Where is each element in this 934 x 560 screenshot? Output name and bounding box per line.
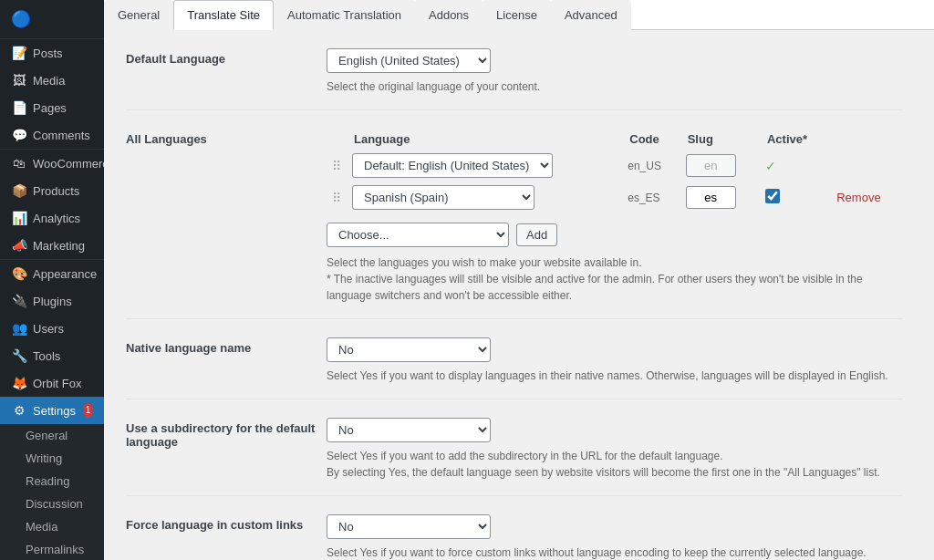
all-languages-row: All Languages Language Code Slug Active*	[126, 129, 903, 319]
all-languages-desc1: Select the languages you wish to make yo…	[327, 254, 903, 304]
sidebar-item-settings[interactable]: ⚙ Settings 1	[0, 397, 104, 424]
subdirectory-control: No Yes Select Yes if you want to add the…	[327, 418, 903, 481]
tab-addons[interactable]: Addons	[415, 0, 483, 30]
language-select-row2[interactable]: Spanish (Spain)	[352, 185, 534, 210]
subdirectory-select[interactable]: No Yes	[327, 418, 491, 442]
col-code: Code	[622, 129, 680, 150]
default-language-control: English (United States) Select the origi…	[327, 48, 903, 95]
tab-translate-site[interactable]: Translate Site	[173, 0, 274, 30]
tools-icon: 🔧	[11, 348, 27, 363]
sidebar-item-pages[interactable]: 📄 Pages	[0, 94, 104, 121]
settings-badge: 1	[83, 403, 93, 418]
sidebar-item-plugins[interactable]: 🔌 Plugins	[0, 287, 104, 315]
plugins-icon: 🔌	[11, 294, 27, 308]
add-language-select[interactable]: Choose...	[327, 223, 509, 247]
add-language-row: Choose... Add	[327, 223, 903, 247]
media-icon: 🖼	[11, 73, 27, 88]
tab-general[interactable]: General	[104, 0, 173, 30]
code-es_ES: es_ES	[628, 192, 659, 204]
submenu-item-discussion[interactable]: Discussion	[0, 493, 104, 515]
tab-advanced[interactable]: Advanced	[551, 0, 631, 30]
language-select-row1[interactable]: Default: English (United States)	[352, 153, 553, 178]
woocommerce-icon: 🛍	[11, 156, 27, 171]
code-en_US: en_US	[628, 160, 661, 172]
all-languages-label: All Languages	[126, 129, 327, 146]
slug-input-en[interactable]	[686, 154, 736, 177]
subdirectory-desc: Select Yes if you want to add the subdir…	[327, 448, 903, 481]
drag-handle[interactable]: ⠿	[332, 159, 341, 173]
posts-icon: 📝	[11, 46, 27, 60]
pages-icon: 📄	[11, 100, 27, 115]
sidebar: 🔵 📝 Posts 🖼 Media 📄 Pages 💬 Comments 🛍 W…	[0, 0, 104, 560]
analytics-icon: 📊	[11, 211, 27, 225]
native-language-control: No Yes Select Yes if you want to display…	[327, 337, 903, 384]
submenu-item-reading[interactable]: Reading	[0, 470, 104, 493]
submenu-item-writing[interactable]: Writing	[0, 447, 104, 470]
col-language: Language	[347, 129, 622, 150]
drag-handle[interactable]: ⠿	[332, 191, 341, 205]
main-content: General Translate Site Automatic Transla…	[104, 0, 934, 560]
slug-input-es[interactable]	[686, 186, 736, 209]
sidebar-item-users[interactable]: 👥 Users	[0, 315, 104, 342]
orbit-fox-icon: 🦊	[11, 376, 27, 390]
marketing-icon: 📣	[11, 238, 27, 253]
force-language-label: Force language in custom links	[126, 514, 327, 532]
languages-table: Language Code Slug Active* ⠿	[327, 129, 903, 213]
active-check-en: ✓	[765, 159, 776, 173]
sidebar-item-products[interactable]: 📦 Products	[0, 177, 104, 204]
settings-content: Default Language English (United States)…	[104, 30, 925, 560]
submenu-item-permalinks[interactable]: Permalinks	[0, 538, 104, 560]
sidebar-item-analytics[interactable]: 📊 Analytics	[0, 204, 104, 232]
subdirectory-row: Use a subdirectory for the default langu…	[126, 418, 903, 496]
native-language-label: Native language name	[126, 337, 327, 355]
comments-icon: 💬	[11, 128, 27, 142]
default-language-select[interactable]: English (United States)	[327, 48, 491, 73]
tab-automatic-translation[interactable]: Automatic Translation	[274, 0, 415, 30]
remove-language-link[interactable]: Remove	[836, 191, 880, 204]
subdirectory-label: Use a subdirectory for the default langu…	[126, 418, 327, 449]
default-language-label: Default Language	[126, 48, 327, 66]
native-language-desc: Select Yes if you want to display langua…	[327, 368, 903, 384]
settings-icon: ⚙	[11, 403, 27, 418]
sidebar-item-marketing[interactable]: 📣 Marketing	[0, 232, 104, 259]
active-checkbox-es[interactable]	[765, 189, 780, 203]
appearance-icon: 🎨	[11, 266, 27, 281]
sidebar-item-posts[interactable]: 📝 Posts	[0, 39, 104, 67]
sidebar-item-appearance[interactable]: 🎨 Appearance	[0, 260, 104, 287]
sidebar-item-woocommerce[interactable]: 🛍 WooCommerce	[0, 150, 104, 177]
add-language-button[interactable]: Add	[516, 223, 557, 246]
force-language-control: No Yes Select Yes if you want to force c…	[327, 514, 903, 560]
native-language-select[interactable]: No Yes	[327, 337, 491, 362]
tabs-bar: General Translate Site Automatic Transla…	[104, 0, 934, 30]
default-language-desc: Select the original language of your con…	[327, 78, 903, 95]
sidebar-item-media[interactable]: 🖼 Media	[0, 67, 104, 94]
force-language-select[interactable]: No Yes	[327, 514, 491, 539]
tab-license[interactable]: License	[483, 0, 551, 30]
all-languages-control: Language Code Slug Active* ⠿	[327, 129, 903, 304]
force-language-row: Force language in custom links No Yes Se…	[126, 514, 903, 560]
table-row: ⠿ Spanish (Spain) es_ES Remove	[327, 181, 903, 213]
sidebar-item-comments[interactable]: 💬 Comments	[0, 121, 104, 149]
users-icon: 👥	[11, 321, 27, 336]
col-active: Active*	[760, 129, 831, 150]
default-language-row: Default Language English (United States)…	[126, 48, 903, 110]
table-row: ⠿ Default: English (United States) en_US…	[327, 150, 903, 181]
wp-logo: 🔵	[0, 0, 104, 39]
settings-submenu: General Writing Reading Discussion Media…	[0, 424, 104, 560]
sidebar-item-orbit-fox[interactable]: 🦊 Orbit Fox	[0, 369, 104, 397]
products-icon: 📦	[11, 183, 27, 198]
submenu-item-media[interactable]: Media	[0, 515, 104, 538]
native-language-row: Native language name No Yes Select Yes i…	[126, 337, 903, 399]
col-slug: Slug	[680, 129, 760, 150]
submenu-item-general[interactable]: General	[0, 424, 104, 447]
force-language-desc: Select Yes if you want to force custom l…	[327, 544, 903, 560]
sidebar-item-tools[interactable]: 🔧 Tools	[0, 342, 104, 369]
